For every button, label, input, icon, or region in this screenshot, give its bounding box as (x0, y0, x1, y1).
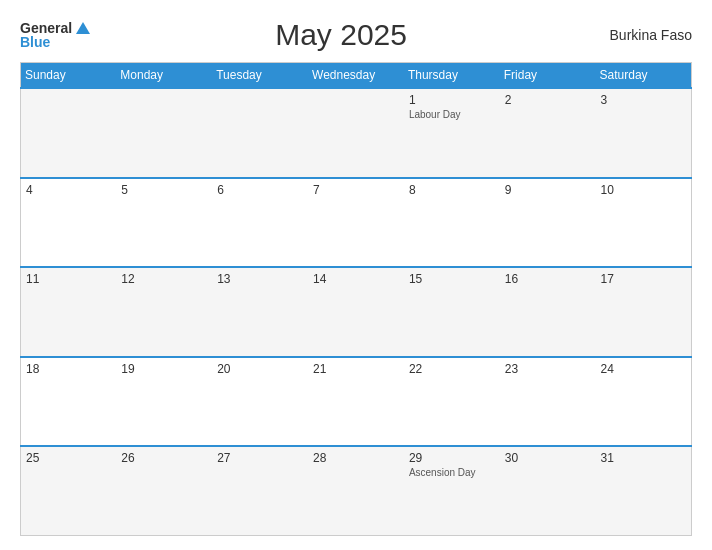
week-row-1: 1Labour Day23 (21, 88, 692, 178)
calendar-cell: 11 (21, 267, 117, 357)
day-number: 30 (505, 451, 591, 465)
calendar-cell: 27 (212, 446, 308, 536)
calendar-cell: 13 (212, 267, 308, 357)
calendar-cell: 21 (308, 357, 404, 447)
holiday-label: Labour Day (409, 109, 495, 120)
day-number: 14 (313, 272, 399, 286)
day-number: 19 (121, 362, 207, 376)
calendar-cell: 16 (500, 267, 596, 357)
day-number: 5 (121, 183, 207, 197)
calendar-cell: 10 (596, 178, 692, 268)
calendar-cell: 24 (596, 357, 692, 447)
day-number: 16 (505, 272, 591, 286)
day-number: 22 (409, 362, 495, 376)
calendar-cell: 2 (500, 88, 596, 178)
col-wednesday: Wednesday (308, 63, 404, 89)
calendar-cell (21, 88, 117, 178)
calendar-title: May 2025 (90, 18, 592, 52)
calendar-cell: 12 (116, 267, 212, 357)
logo-general-text: General (20, 21, 72, 35)
country-label: Burkina Faso (592, 27, 692, 43)
calendar-cell: 5 (116, 178, 212, 268)
calendar-cell: 30 (500, 446, 596, 536)
day-number: 20 (217, 362, 303, 376)
calendar-table: Sunday Monday Tuesday Wednesday Thursday… (20, 62, 692, 536)
col-saturday: Saturday (596, 63, 692, 89)
calendar-cell: 6 (212, 178, 308, 268)
calendar-cell: 9 (500, 178, 596, 268)
day-number: 23 (505, 362, 591, 376)
day-number: 31 (601, 451, 686, 465)
calendar-cell: 22 (404, 357, 500, 447)
calendar-cell (308, 88, 404, 178)
calendar-cell: 1Labour Day (404, 88, 500, 178)
day-number: 9 (505, 183, 591, 197)
calendar-cell: 3 (596, 88, 692, 178)
calendar-cell: 20 (212, 357, 308, 447)
calendar-cell (116, 88, 212, 178)
weekday-header-row: Sunday Monday Tuesday Wednesday Thursday… (21, 63, 692, 89)
calendar-cell: 31 (596, 446, 692, 536)
day-number: 25 (26, 451, 111, 465)
week-row-3: 11121314151617 (21, 267, 692, 357)
calendar-cell: 25 (21, 446, 117, 536)
calendar-cell: 8 (404, 178, 500, 268)
calendar-cell: 23 (500, 357, 596, 447)
day-number: 7 (313, 183, 399, 197)
day-number: 28 (313, 451, 399, 465)
day-number: 27 (217, 451, 303, 465)
calendar-cell: 7 (308, 178, 404, 268)
calendar-cell: 14 (308, 267, 404, 357)
calendar-cell: 29Ascension Day (404, 446, 500, 536)
logo-triangle-icon (76, 22, 90, 34)
day-number: 13 (217, 272, 303, 286)
day-number: 4 (26, 183, 111, 197)
day-number: 2 (505, 93, 591, 107)
calendar-cell (212, 88, 308, 178)
logo: General Blue (20, 21, 90, 49)
calendar-page: General Blue May 2025 Burkina Faso Sunda… (0, 0, 712, 550)
col-monday: Monday (116, 63, 212, 89)
day-number: 8 (409, 183, 495, 197)
day-number: 3 (601, 93, 686, 107)
calendar-cell: 4 (21, 178, 117, 268)
week-row-4: 18192021222324 (21, 357, 692, 447)
calendar-cell: 15 (404, 267, 500, 357)
col-tuesday: Tuesday (212, 63, 308, 89)
day-number: 21 (313, 362, 399, 376)
page-header: General Blue May 2025 Burkina Faso (20, 18, 692, 52)
day-number: 17 (601, 272, 686, 286)
calendar-cell: 28 (308, 446, 404, 536)
calendar-cell: 19 (116, 357, 212, 447)
calendar-cell: 18 (21, 357, 117, 447)
day-number: 1 (409, 93, 495, 107)
day-number: 29 (409, 451, 495, 465)
day-number: 24 (601, 362, 686, 376)
holiday-label: Ascension Day (409, 467, 495, 478)
week-row-5: 2526272829Ascension Day3031 (21, 446, 692, 536)
day-number: 26 (121, 451, 207, 465)
day-number: 18 (26, 362, 111, 376)
day-number: 11 (26, 272, 111, 286)
day-number: 15 (409, 272, 495, 286)
day-number: 12 (121, 272, 207, 286)
calendar-cell: 26 (116, 446, 212, 536)
col-sunday: Sunday (21, 63, 117, 89)
week-row-2: 45678910 (21, 178, 692, 268)
calendar-cell: 17 (596, 267, 692, 357)
col-thursday: Thursday (404, 63, 500, 89)
day-number: 6 (217, 183, 303, 197)
logo-blue-text: Blue (20, 35, 50, 49)
day-number: 10 (601, 183, 686, 197)
col-friday: Friday (500, 63, 596, 89)
